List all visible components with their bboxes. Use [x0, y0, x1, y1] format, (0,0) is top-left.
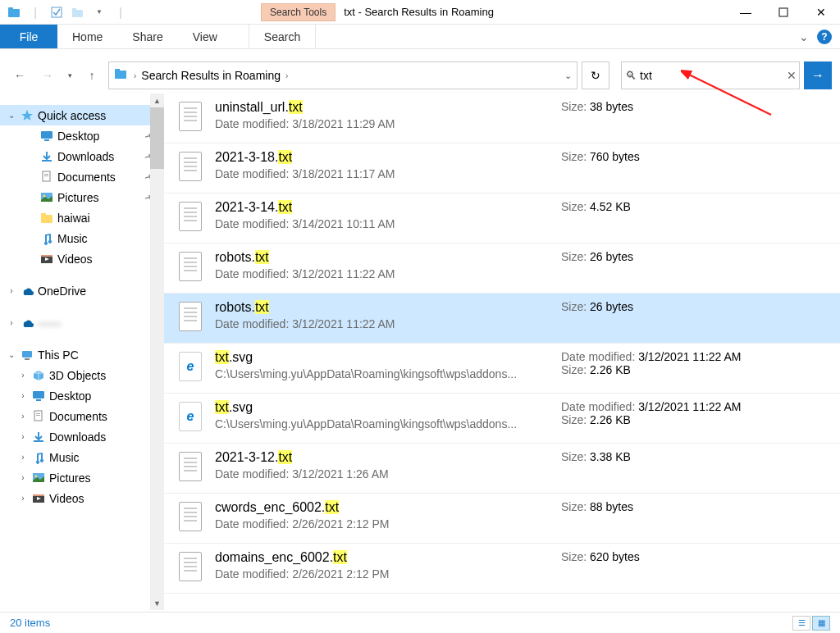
sidebar-item-documents[interactable]: ›Documents	[0, 406, 164, 426]
sidebar-item-haiwai[interactable]: haiwai	[0, 207, 164, 228]
breadcrumb[interactable]: Search Results in Roaming	[141, 69, 281, 82]
pictures-icon	[39, 191, 54, 204]
search-tools-tab[interactable]: Search Tools	[261, 3, 336, 21]
sidebar-item-3d-objects[interactable]: ›3D Objects	[0, 365, 164, 385]
help-icon[interactable]: ?	[817, 30, 832, 44]
search-result-row[interactable]: 2021-3-12.txtDate modified: 3/12/2021 1:…	[164, 444, 840, 494]
clear-search-icon[interactable]: ✕	[783, 69, 799, 82]
sidebar-item-pictures[interactable]: Pictures📌︎	[0, 187, 164, 207]
sidebar-scrollbar[interactable]: ▲ ▼	[150, 93, 164, 610]
svg-rect-5	[779, 8, 788, 16]
twisty-icon[interactable]: ›	[7, 286, 16, 295]
twisty-icon[interactable]: ⌄	[7, 111, 16, 120]
chevron-right-icon[interactable]: ›	[285, 71, 288, 80]
scroll-down-icon[interactable]: ▼	[150, 596, 164, 610]
close-button[interactable]: ✕	[802, 0, 840, 25]
onedrive[interactable]: ›OneDrive	[0, 280, 164, 301]
search-result-row[interactable]: robots.txtDate modified: 3/12/2021 11:22…	[164, 244, 840, 294]
properties-icon[interactable]	[48, 3, 66, 21]
tab-share[interactable]: Share	[117, 25, 177, 48]
qat-dropdown-icon[interactable]: ▼	[90, 3, 108, 21]
file-meta: C:\Users\ming.yu\AppData\Roaming\kingsof…	[215, 417, 551, 430]
refresh-button[interactable]: ↻	[582, 61, 609, 89]
twisty-icon[interactable]: ›	[18, 412, 28, 421]
sidebar-item-videos[interactable]: ›Videos	[0, 488, 164, 508]
sidebar-item-downloads[interactable]: ›Downloads	[0, 426, 164, 447]
sidebar-item-desktop[interactable]: ›Desktop	[0, 385, 164, 406]
address-bar[interactable]: › Search Results in Roaming › ⌄	[108, 61, 578, 89]
recent-dropdown-icon[interactable]: ▾	[64, 64, 75, 87]
twisty-icon[interactable]: ›	[18, 453, 28, 462]
scroll-up-icon[interactable]: ▲	[150, 93, 164, 107]
twisty-icon[interactable]: ›	[18, 371, 28, 380]
tree-label: This PC	[38, 348, 164, 362]
scroll-thumb[interactable]	[150, 107, 164, 169]
file-size: Size: 38 bytes	[561, 100, 832, 113]
sidebar-item-pictures[interactable]: ›Pictures	[0, 467, 164, 488]
search-result-row[interactable]: 2021-3-18.txtDate modified: 3/18/2021 11…	[164, 143, 840, 194]
sidebar-item-documents[interactable]: Documents📌︎	[0, 166, 164, 187]
search-result-row[interactable]: domains_enc_6002.txtDate modified: 2/26/…	[164, 544, 840, 594]
svg-rect-4	[72, 8, 76, 11]
svg-rect-26	[36, 415, 40, 416]
search-result-row[interactable]: cwords_enc_6002.txtDate modified: 2/26/2…	[164, 494, 840, 544]
tab-view[interactable]: View	[178, 25, 232, 48]
twisty-icon[interactable]: ›	[7, 318, 16, 327]
file-size: Size: 2.26 KB	[561, 413, 832, 426]
forward-button[interactable]: →	[36, 64, 59, 87]
ribbon-collapse-icon[interactable]: ⌄	[799, 30, 809, 43]
search-result-row[interactable]: uninstall_url.txtDate modified: 3/18/202…	[164, 93, 840, 143]
quick-access[interactable]: ⌄Quick access	[0, 105, 164, 125]
sidebar-item-downloads[interactable]: Downloads📌︎	[0, 146, 164, 166]
tree-label: OneDrive	[38, 285, 164, 298]
file-meta: Date modified: 3/18/2021 11:29 AM	[215, 117, 551, 130]
sidebar-item-music[interactable]: Music	[0, 228, 164, 248]
twisty-icon[interactable]: ›	[18, 494, 28, 503]
search-go-button[interactable]: →	[804, 61, 832, 89]
search-box[interactable]: 🔍︎ ✕	[621, 61, 800, 89]
file-size: Size: 26 bytes	[561, 250, 832, 263]
details-view-button[interactable]: ☰	[792, 616, 810, 631]
tree-label: ——	[38, 316, 164, 330]
file-tab[interactable]: File	[0, 25, 57, 48]
twisty-icon[interactable]: ›	[18, 432, 28, 441]
search-result-row[interactable]: etxt.svgC:\Users\ming.yu\AppData\Roaming…	[164, 394, 840, 444]
documents-icon	[31, 410, 46, 423]
tiles-view-button[interactable]: ▦	[812, 616, 830, 631]
tree-label: haiwai	[57, 212, 164, 225]
chevron-right-icon[interactable]: ›	[134, 71, 136, 80]
search-result-row[interactable]: etxt.svgC:\Users\ming.yu\AppData\Roaming…	[164, 344, 840, 394]
file-meta: C:\Users\ming.yu\AppData\Roaming\kingsof…	[215, 367, 551, 380]
twisty-icon[interactable]: ›	[18, 391, 28, 400]
svg-rect-21	[25, 358, 30, 360]
explorer-icon[interactable]	[5, 3, 23, 21]
tab-home[interactable]: Home	[57, 25, 117, 48]
this-pc[interactable]: ⌄This PC	[0, 344, 164, 365]
tab-search[interactable]: Search	[249, 25, 316, 48]
sidebar-item-desktop[interactable]: Desktop📌︎	[0, 125, 164, 146]
address-dropdown-icon[interactable]: ⌄	[564, 71, 572, 81]
file-meta: Date modified: 3/12/2021 11:22 AM	[215, 267, 551, 280]
cloud-account[interactable]: ›——	[0, 312, 164, 333]
twisty-icon[interactable]: ›	[18, 473, 28, 482]
twisty-icon[interactable]: ⌄	[7, 350, 16, 359]
maximize-button[interactable]	[765, 0, 802, 25]
file-name: txt.svg	[215, 400, 551, 415]
divider: |	[112, 3, 130, 21]
svg-rect-12	[44, 174, 48, 175]
navigation-pane: ⌄Quick accessDesktop📌︎Downloads📌︎Documen…	[0, 93, 164, 610]
search-result-row[interactable]: 2021-3-14.txtDate modified: 3/14/2021 10…	[164, 194, 840, 244]
new-folder-icon[interactable]	[69, 3, 87, 21]
ribbon-tabs: File Home Share View Search ⌄ ?	[0, 25, 840, 49]
downloads-icon	[39, 150, 54, 163]
up-button[interactable]: ↑	[80, 64, 103, 87]
minimize-button[interactable]: —	[727, 0, 765, 25]
tree-label: Pictures	[49, 471, 164, 485]
sidebar-item-videos[interactable]: Videos	[0, 248, 164, 269]
search-input[interactable]	[640, 69, 783, 82]
back-button[interactable]: ←	[8, 64, 31, 87]
search-result-row[interactable]: robots.txtDate modified: 3/12/2021 11:22…	[164, 294, 840, 344]
file-meta: Date modified: 3/12/2021 11:22 AM	[215, 317, 551, 330]
sidebar-item-music[interactable]: ›Music	[0, 447, 164, 467]
edge-icon: e	[179, 352, 202, 381]
